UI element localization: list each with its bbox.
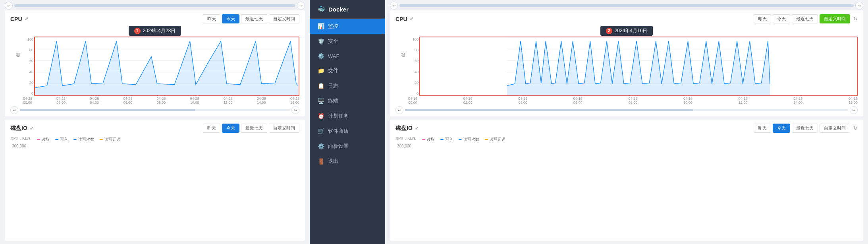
right-disk-btn-today[interactable]: 今天 (773, 124, 790, 133)
right-legend-rw-count-label: 读写次数 (463, 137, 479, 142)
left-cpu-tooltip-bubble: 1 2024年4月28日 (129, 26, 181, 36)
left-cpu-date-tooltip: 1 2024年4月28日 (10, 26, 299, 36)
sidebar-item-tasks-label: 计划任务 (328, 112, 349, 120)
right-cpu-scroll-left[interactable]: ↩ (395, 106, 403, 114)
sidebar-item-security-label: 安全 (328, 38, 338, 45)
right-disk-value: 300,000 (395, 144, 858, 148)
sidebar-item-logs[interactable]: 📋 日志 (310, 78, 385, 93)
main-layout: ↩ ↪ CPU ⤢ 昨天 今天 最近七天 自定义时间 (0, 0, 868, 244)
right-legend-read-dot (422, 139, 425, 140)
right-disk-refresh-icon[interactable]: ↻ (853, 125, 858, 131)
right-cpu-y-label: 百分比 (400, 37, 406, 84)
right-legend-write-dot (440, 139, 444, 140)
right-legend-rw-count: 读写次数 (459, 137, 479, 142)
settings-icon: ⚙️ (318, 143, 324, 149)
right-cpu-btn-yesterday[interactable]: 昨天 (754, 14, 771, 23)
right-cpu-chart-area: 百分比 100 80 60 40 20 0 (395, 37, 858, 105)
left-cpu-scrollbar: ↩ ↪ (10, 106, 299, 114)
right-cpu-btn-seven[interactable]: 最近七天 (792, 14, 818, 23)
sidebar-item-logout[interactable]: 🚪 退出 (310, 154, 385, 169)
right-cpu-title: CPU ⤢ (395, 16, 413, 22)
left-cpu-scroll-right[interactable]: ↪ (291, 106, 299, 114)
right-cpu-scrollbar: ↩ ↪ (395, 106, 858, 114)
left-cpu-expand-icon[interactable]: ⤢ (25, 16, 28, 21)
right-disk-btn-custom[interactable]: 自定义时间 (820, 124, 850, 133)
right-legend-rw-delay-label: 读写延迟 (490, 137, 505, 142)
left-legend-read-dot (37, 139, 40, 140)
left-cpu-y-axis: 100 80 60 40 20 0 (23, 37, 33, 96)
rx-label-2: 04-1602:00 (463, 97, 473, 105)
left-scroll-right-btn[interactable]: ↪ (297, 2, 305, 10)
sidebar-item-waf[interactable]: ⚙️ WAF (310, 49, 385, 63)
right-scrollbar-thumb[interactable] (399, 4, 854, 7)
left-cpu-title-text: CPU (10, 16, 22, 22)
sidebar-item-store-label: 软件商店 (328, 128, 349, 135)
right-cpu-btn-custom[interactable]: 自定义时间 (820, 14, 850, 23)
right-cpu-controls: 昨天 今天 最近七天 自定义时间 ↻ (754, 14, 858, 23)
right-disk-title-text: 磁盘IO (395, 125, 413, 132)
right-disk-btn-seven[interactable]: 最近七天 (792, 124, 818, 133)
sidebar-item-tasks[interactable]: ⏰ 计划任务 (310, 108, 385, 124)
right-legend-rw-delay-dot (485, 139, 488, 140)
left-cpu-btn-custom[interactable]: 自定义时间 (269, 14, 299, 23)
right-cpu-refresh-icon[interactable]: ↻ (853, 16, 858, 22)
left-disk-unit: 单位：KB/s (10, 136, 31, 141)
right-disk-title: 磁盘IO ⤢ (395, 125, 419, 132)
left-cpu-btn-today[interactable]: 今天 (222, 14, 239, 23)
right-cpu-badge: 2 (606, 28, 612, 34)
logout-icon: 🚪 (318, 158, 324, 165)
x-label-9: 04-2816:00 (290, 97, 299, 105)
left-disk-btn-custom[interactable]: 自定义时间 (269, 124, 299, 133)
left-cpu-scroll-left[interactable]: ↩ (10, 106, 18, 114)
sidebar-item-terminal[interactable]: 🖥️ 终端 (310, 93, 385, 108)
left-scroll-left-btn[interactable]: ↩ (5, 2, 13, 10)
sidebar-item-settings[interactable]: ⚙️ 面板设置 (310, 139, 385, 154)
rx-label-5: 04-1608:00 (628, 97, 637, 105)
right-cpu-date-tooltip: 2 2024年4月16日 (395, 26, 858, 36)
left-disk-btn-seven[interactable]: 最近七天 (241, 124, 267, 133)
left-cpu-btn-yesterday[interactable]: 昨天 (203, 14, 220, 23)
left-legend-read-label: 读取 (42, 137, 50, 142)
rx-label-6: 04-1610:00 (683, 97, 692, 105)
sidebar-logo-text: Docker (328, 6, 349, 13)
right-cpu-title-text: CPU (395, 16, 407, 22)
rx-label-1: 04-1600:00 (408, 97, 417, 105)
x-label-4: 04-2806:00 (123, 97, 132, 105)
left-content-area: ↩ ↪ CPU ⤢ 昨天 今天 最近七天 自定义时间 (0, 0, 310, 244)
x-label-7: 04-2812:00 (224, 97, 233, 105)
sidebar: 🐳 Docker 📊 监控 🛡️ 安全 ⚙️ WAF 📁 文件 📋 日志 🖥️ … (310, 0, 385, 244)
rx-label-9: 04-1616:00 (849, 97, 858, 105)
x-label-1: 04-2800:00 (23, 97, 32, 105)
right-cpu-scroll-right[interactable]: ↪ (850, 106, 858, 114)
right-scroll-left-btn[interactable]: ↩ (390, 2, 398, 10)
right-cpu-btn-today[interactable]: 今天 (773, 14, 790, 23)
right-legend-rw-count-dot (459, 139, 462, 140)
left-cpu-chart-section: CPU ⤢ 昨天 今天 最近七天 自定义时间 1 2024年4月28日 (5, 10, 305, 116)
left-cpu-btn-seven[interactable]: 最近七天 (241, 14, 267, 23)
store-icon: 🛒 (318, 128, 324, 134)
left-disk-expand-icon[interactable]: ⤢ (30, 126, 33, 131)
rx-label-8: 04-1614:00 (793, 97, 802, 105)
right-cpu-chart-section: CPU ⤢ 昨天 今天 最近七天 自定义时间 ↻ 2 2024年4月16日 (390, 10, 863, 116)
files-icon: 📁 (318, 68, 324, 74)
sidebar-item-store[interactable]: 🛒 软件商店 (310, 124, 385, 139)
right-disk-btn-yesterday[interactable]: 昨天 (754, 124, 771, 133)
terminal-icon: 🖥️ (318, 98, 324, 104)
rx-label-7: 04-1612:00 (739, 97, 748, 105)
sidebar-item-files[interactable]: 📁 文件 (310, 63, 385, 78)
left-disk-btn-today[interactable]: 今天 (222, 124, 239, 133)
left-cpu-date-text: 2024年4月28日 (143, 27, 176, 34)
left-disk-title-text: 磁盘IO (10, 125, 27, 132)
right-scroll-right-btn[interactable]: ↪ (855, 2, 863, 10)
sidebar-item-monitor[interactable]: 📊 监控 (310, 19, 385, 34)
right-disk-expand-icon[interactable]: ⤢ (415, 126, 419, 131)
left-disk-header: 磁盘IO ⤢ 昨天 今天 最近七天 自定义时间 (10, 124, 299, 133)
left-scrollbar-thumb[interactable] (14, 4, 295, 7)
left-legend-write: 写入 (55, 137, 68, 142)
right-cpu-expand-icon[interactable]: ⤢ (410, 16, 413, 21)
left-disk-btn-yesterday[interactable]: 昨天 (203, 124, 220, 133)
left-cpu-title: CPU ⤢ (10, 16, 28, 22)
right-top-scrollbar: ↩ ↪ (390, 0, 863, 10)
left-cpu-svg (34, 37, 299, 96)
sidebar-item-security[interactable]: 🛡️ 安全 (310, 34, 385, 49)
